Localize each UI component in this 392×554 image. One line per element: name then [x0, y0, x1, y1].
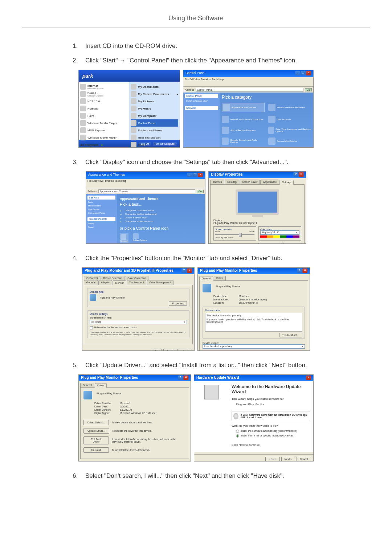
display-icon[interactable]: Display	[120, 233, 128, 243]
back-button: < Back	[265, 457, 280, 461]
step-5: 5. Click "Update Driver..." and select "…	[73, 362, 370, 369]
turnoff-button[interactable]: Turn Off Computer	[153, 142, 177, 146]
minimize-icon: _	[295, 71, 300, 75]
email-icon	[80, 91, 86, 97]
update-driver-button[interactable]: Update Driver...	[83, 428, 109, 434]
msn-icon	[80, 127, 86, 133]
close-icon: ×	[306, 71, 311, 75]
start-button[interactable]: start	[79, 147, 94, 148]
tab-themes[interactable]: Themes	[210, 180, 224, 184]
screenshot-pnp-general: Plug and Play Monitor Properties ?× Gene…	[197, 267, 310, 351]
maximize-icon: □	[301, 71, 306, 75]
screenshot-start-menu: park InternetInternet Explorer E-mailOut…	[78, 70, 180, 148]
screenshot-display-properties: Display Properties ?× Themes Desktop Scr…	[208, 171, 306, 244]
notepad-icon	[80, 106, 86, 111]
step-2: 2. Click "Start" → "Control Panel" then …	[73, 57, 370, 64]
music-icon	[131, 106, 136, 111]
tab-driver-active[interactable]: Driver	[95, 383, 107, 388]
tab-general[interactable]: General	[199, 276, 213, 281]
screenshot-control-panel: Control Panel _□× File Edit View Favorit…	[183, 70, 314, 148]
tab-screensaver[interactable]: Screen Saver	[240, 180, 260, 184]
controlpanel-icon[interactable]	[131, 120, 136, 126]
pictures-icon	[131, 98, 136, 104]
tab-settings[interactable]: Settings	[279, 180, 294, 185]
screenshot-hardware-wizard: Hardware Update Wizard × Welcome to the …	[194, 374, 314, 461]
tab-appearance[interactable]: Appearance	[260, 180, 279, 184]
driver-details-button[interactable]: Driver Details...	[83, 420, 109, 425]
step-3: 3. Click "Display" icon and choose the "…	[73, 159, 370, 166]
uninstall-button[interactable]: Uninstall	[83, 447, 109, 453]
mycomputer-icon	[131, 113, 136, 119]
screenshot-driver-tab: Plug and Play Monitor Properties ?× Gene…	[78, 374, 191, 461]
next-button[interactable]: Next >	[281, 457, 295, 461]
wmp-icon	[80, 120, 86, 126]
ie-icon	[80, 84, 86, 90]
cd-icon	[233, 413, 238, 419]
logoff-button[interactable]: Log Off	[139, 142, 151, 146]
screenshot-monitor-tab: Plug and Play Monitor and 3D Prophet III…	[82, 267, 195, 351]
recent-icon	[131, 91, 136, 97]
search-icon	[131, 142, 136, 148]
step-6: 6. Select "Don't search, I will..." then…	[73, 472, 370, 480]
troubleshoot-button[interactable]: Troubleshoot...	[258, 243, 282, 244]
appearance-themes-category[interactable]: Appearance and Themes	[222, 103, 265, 112]
install-list-radio[interactable]	[236, 434, 239, 438]
mydocs-icon	[131, 84, 136, 90]
page-header: Using the Software	[22, 15, 370, 28]
troubleshoot-button[interactable]: Troubleshoot...	[279, 333, 302, 337]
help-icon	[131, 135, 136, 140]
properties-button[interactable]: Properties	[169, 301, 187, 306]
start-user: park	[79, 70, 180, 82]
wizard-cancel-button[interactable]: Cancel	[297, 457, 311, 461]
tab-monitor[interactable]: Monitor	[113, 280, 126, 285]
advanced-button[interactable]: Advanced	[283, 243, 301, 244]
rollback-driver-button[interactable]: Roll Back Driver	[83, 436, 109, 444]
tab-desktop[interactable]: Desktop	[225, 180, 239, 184]
wizard-icon	[204, 385, 219, 399]
hct-icon	[80, 98, 86, 104]
step-4: 4. Click the "Properties" button on the …	[73, 255, 370, 262]
tab-driver[interactable]: Driver	[214, 276, 226, 280]
paint-icon	[80, 113, 86, 119]
moviemaker-icon	[80, 135, 86, 140]
screenshot-appearance-themes: Appearance and Themes _□× File Edit View…	[86, 171, 205, 244]
printers-icon	[131, 127, 136, 133]
step-1: 1. Insert CD into the CD-ROM drive.	[73, 42, 370, 50]
